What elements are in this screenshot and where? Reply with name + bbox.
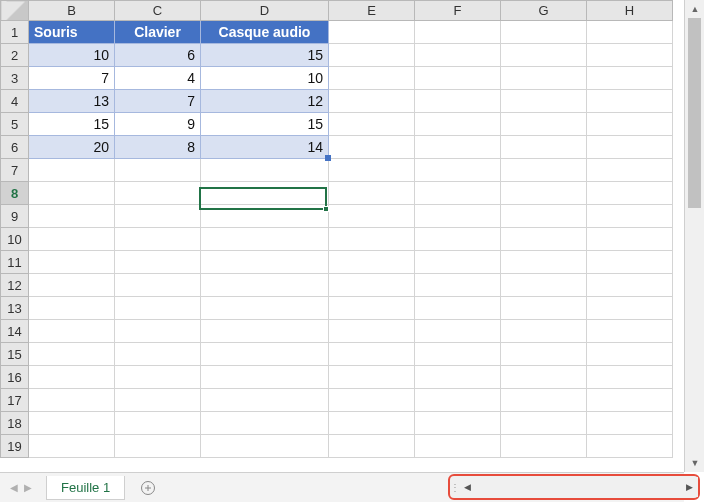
- cell-G19[interactable]: [501, 435, 587, 458]
- cell-E13[interactable]: [329, 297, 415, 320]
- cell-E16[interactable]: [329, 366, 415, 389]
- cell-C10[interactable]: [115, 228, 201, 251]
- cell-C16[interactable]: [115, 366, 201, 389]
- cell-C17[interactable]: [115, 389, 201, 412]
- cell-H7[interactable]: [587, 159, 673, 182]
- cell-D19[interactable]: [201, 435, 329, 458]
- cell-H8[interactable]: [587, 182, 673, 205]
- cell-D7[interactable]: [201, 159, 329, 182]
- add-sheet-button[interactable]: [135, 477, 161, 499]
- cell-C14[interactable]: [115, 320, 201, 343]
- cell-H10[interactable]: [587, 228, 673, 251]
- cell-G2[interactable]: [501, 44, 587, 67]
- scroll-down-button[interactable]: ▼: [685, 454, 704, 472]
- cell-E12[interactable]: [329, 274, 415, 297]
- worksheet-grid[interactable]: B C D E F G H 1 Souris Clavier Casque au…: [0, 0, 684, 472]
- row-head-2[interactable]: 2: [1, 44, 29, 67]
- cell-D3[interactable]: 10: [201, 67, 329, 90]
- cell-G16[interactable]: [501, 366, 587, 389]
- cell-C13[interactable]: [115, 297, 201, 320]
- cell-B14[interactable]: [29, 320, 115, 343]
- cell-C11[interactable]: [115, 251, 201, 274]
- col-head-H[interactable]: H: [587, 1, 673, 21]
- row-head-10[interactable]: 10: [1, 228, 29, 251]
- table-resize-handle[interactable]: [325, 155, 331, 161]
- scroll-up-button[interactable]: ▲: [685, 0, 704, 18]
- cell-B5[interactable]: 15: [29, 113, 115, 136]
- cell-C7[interactable]: [115, 159, 201, 182]
- cell-C19[interactable]: [115, 435, 201, 458]
- cell-H2[interactable]: [587, 44, 673, 67]
- cell-G5[interactable]: [501, 113, 587, 136]
- cell-G13[interactable]: [501, 297, 587, 320]
- cell-H14[interactable]: [587, 320, 673, 343]
- cell-G1[interactable]: [501, 21, 587, 44]
- row-head-3[interactable]: 3: [1, 67, 29, 90]
- sheet-tab-active[interactable]: Feuille 1: [46, 476, 125, 500]
- cell-B17[interactable]: [29, 389, 115, 412]
- cell-F18[interactable]: [415, 412, 501, 435]
- cell-D2[interactable]: 15: [201, 44, 329, 67]
- cell-H18[interactable]: [587, 412, 673, 435]
- cell-F17[interactable]: [415, 389, 501, 412]
- cell-E18[interactable]: [329, 412, 415, 435]
- row-head-11[interactable]: 11: [1, 251, 29, 274]
- cell-D9[interactable]: [201, 205, 329, 228]
- cell-D14[interactable]: [201, 320, 329, 343]
- cell-H16[interactable]: [587, 366, 673, 389]
- cell-B15[interactable]: [29, 343, 115, 366]
- cell-H19[interactable]: [587, 435, 673, 458]
- cell-H17[interactable]: [587, 389, 673, 412]
- cell-C3[interactable]: 4: [115, 67, 201, 90]
- cell-F2[interactable]: [415, 44, 501, 67]
- cell-D11[interactable]: [201, 251, 329, 274]
- cell-H3[interactable]: [587, 67, 673, 90]
- cell-D15[interactable]: [201, 343, 329, 366]
- row-head-4[interactable]: 4: [1, 90, 29, 113]
- cell-C12[interactable]: [115, 274, 201, 297]
- cell-E10[interactable]: [329, 228, 415, 251]
- cell-B11[interactable]: [29, 251, 115, 274]
- cell-C2[interactable]: 6: [115, 44, 201, 67]
- cell-C1[interactable]: Clavier: [115, 21, 201, 44]
- cell-D8[interactable]: [201, 182, 329, 205]
- vertical-scrollbar[interactable]: ▲ ▼: [684, 0, 704, 472]
- cell-G17[interactable]: [501, 389, 587, 412]
- row-head-9[interactable]: 9: [1, 205, 29, 228]
- cell-G7[interactable]: [501, 159, 587, 182]
- cell-D4[interactable]: 12: [201, 90, 329, 113]
- cell-F6[interactable]: [415, 136, 501, 159]
- cell-G9[interactable]: [501, 205, 587, 228]
- cell-F10[interactable]: [415, 228, 501, 251]
- row-head-17[interactable]: 17: [1, 389, 29, 412]
- row-head-8[interactable]: 8: [1, 182, 29, 205]
- cell-C5[interactable]: 9: [115, 113, 201, 136]
- cell-B1[interactable]: Souris: [29, 21, 115, 44]
- row-head-12[interactable]: 12: [1, 274, 29, 297]
- cell-B16[interactable]: [29, 366, 115, 389]
- cell-E15[interactable]: [329, 343, 415, 366]
- sheet-nav-prev-icon[interactable]: ◀: [8, 480, 20, 495]
- cell-F9[interactable]: [415, 205, 501, 228]
- cell-E5[interactable]: [329, 113, 415, 136]
- col-head-F[interactable]: F: [415, 1, 501, 21]
- cell-F8[interactable]: [415, 182, 501, 205]
- cell-F7[interactable]: [415, 159, 501, 182]
- select-all-corner[interactable]: [1, 1, 29, 21]
- cell-F5[interactable]: [415, 113, 501, 136]
- cell-B7[interactable]: [29, 159, 115, 182]
- cell-H15[interactable]: [587, 343, 673, 366]
- cell-B8[interactable]: [29, 182, 115, 205]
- cell-C4[interactable]: 7: [115, 90, 201, 113]
- cell-F15[interactable]: [415, 343, 501, 366]
- row-head-19[interactable]: 19: [1, 435, 29, 458]
- cell-G4[interactable]: [501, 90, 587, 113]
- cell-E8[interactable]: [329, 182, 415, 205]
- cell-H5[interactable]: [587, 113, 673, 136]
- cell-E2[interactable]: [329, 44, 415, 67]
- cell-D18[interactable]: [201, 412, 329, 435]
- cell-B9[interactable]: [29, 205, 115, 228]
- cell-C15[interactable]: [115, 343, 201, 366]
- cell-F16[interactable]: [415, 366, 501, 389]
- cell-B12[interactable]: [29, 274, 115, 297]
